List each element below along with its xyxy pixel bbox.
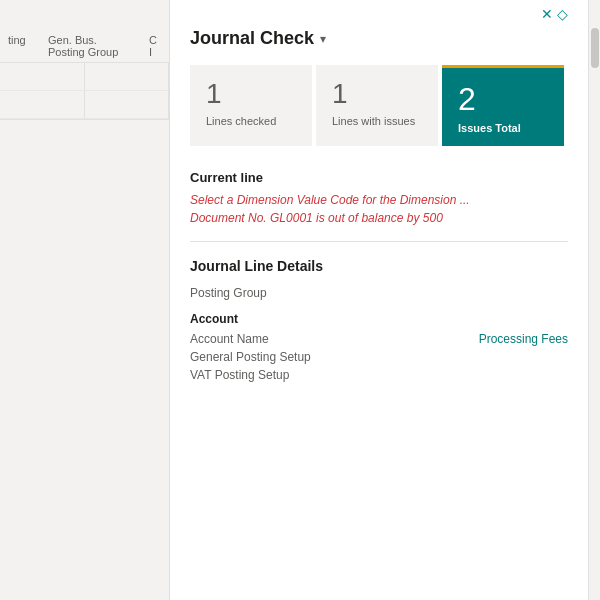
col1-header: ting <box>8 34 48 58</box>
table-row <box>0 63 169 91</box>
stat-label-lines-issues: Lines with issues <box>332 115 415 127</box>
close-icon[interactable]: ✕ <box>541 6 553 22</box>
journal-check-title: Journal Check <box>190 28 314 49</box>
vat-posting-setup-row: VAT Posting Setup <box>190 368 568 382</box>
stat-number-lines-issues: 1 <box>332 77 348 111</box>
cell <box>85 91 170 118</box>
column-headers: ting Gen. Bus.Posting Group CI <box>0 30 169 63</box>
scrollbar-thumb[interactable] <box>591 28 599 68</box>
journal-check-header: Journal Check ▾ <box>190 28 568 49</box>
left-rows <box>0 63 169 120</box>
account-name-row: Account Name Processing Fees <box>190 332 568 346</box>
general-posting-setup-row: General Posting Setup <box>190 350 568 364</box>
general-posting-setup-label: General Posting Setup <box>190 350 311 364</box>
stat-number-lines-checked: 1 <box>206 77 222 111</box>
vat-posting-setup-label: VAT Posting Setup <box>190 368 289 382</box>
stat-label-issues-total: Issues Total <box>458 122 521 134</box>
right-panel: ✕ ◇ Journal Check ▾ 1 Lines checked 1 Li… <box>170 0 588 600</box>
account-section-title: Account <box>190 312 568 326</box>
current-line-title: Current line <box>190 170 568 185</box>
chevron-down-icon[interactable]: ▾ <box>320 32 326 46</box>
cell <box>0 63 85 90</box>
stat-card-issues-total[interactable]: 2 Issues Total <box>442 65 564 146</box>
stat-label-lines-checked: Lines checked <box>206 115 276 127</box>
stat-number-issues-total: 2 <box>458 80 476 118</box>
col3-header: CI <box>149 34 161 58</box>
diamond-icon[interactable]: ◇ <box>557 6 568 22</box>
journal-line-details-title: Journal Line Details <box>190 258 568 274</box>
posting-group-label: Posting Group <box>190 286 568 300</box>
account-name-label: Account Name <box>190 332 269 346</box>
table-row <box>0 91 169 119</box>
account-name-value: Processing Fees <box>479 332 568 346</box>
stat-card-lines-issues[interactable]: 1 Lines with issues <box>316 65 438 146</box>
issue-text-1: Select a Dimension Value Code for the Di… <box>190 193 568 207</box>
stats-row: 1 Lines checked 1 Lines with issues 2 Is… <box>190 65 568 146</box>
scrollbar[interactable] <box>588 0 600 600</box>
cell <box>85 63 170 90</box>
stat-card-lines-checked[interactable]: 1 Lines checked <box>190 65 312 146</box>
col2-header: Gen. Bus.Posting Group <box>48 34 149 58</box>
cell <box>0 91 85 118</box>
issue-text-2: Document No. GL0001 is out of balance by… <box>190 211 568 225</box>
journal-line-details: Journal Line Details Posting Group Accou… <box>190 258 568 382</box>
left-panel: ting Gen. Bus.Posting Group CI <box>0 0 170 600</box>
section-divider <box>190 241 568 242</box>
top-icons: ✕ ◇ <box>541 6 568 22</box>
